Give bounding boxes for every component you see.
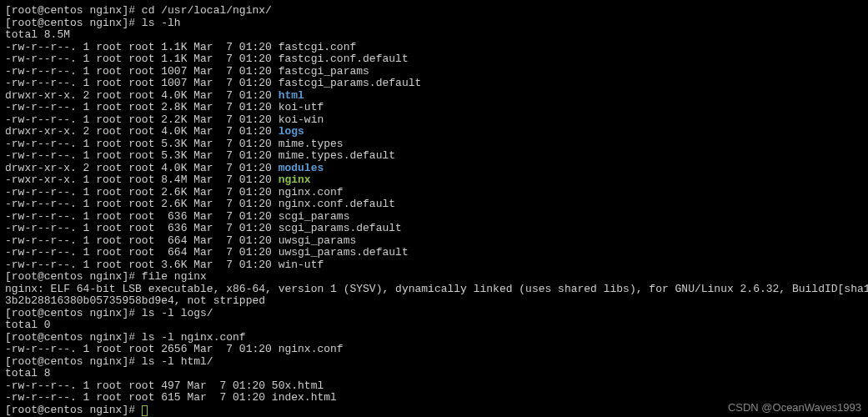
command-line: [root@centos nginx]# ls -lh xyxy=(5,18,863,30)
output-line: total 0 xyxy=(5,319,863,332)
file-listing-row: -rw-r--r--. 1 root root 3.6K Mar 7 01:20… xyxy=(5,259,863,272)
command-line: [root@centos nginx]# file nginx xyxy=(5,271,863,284)
output-line: total 8 xyxy=(5,368,863,380)
file-listing-row: -rw-r--r--. 1 root root 2.8K Mar 7 01:20… xyxy=(5,102,863,114)
output-line: total 8.5M xyxy=(5,29,863,42)
file-listing-row: -rw-r--r--. 1 root root 2.6K Mar 7 01:20… xyxy=(5,198,863,211)
file-listing-row: -rw-r--r--. 1 root root 5.3K Mar 7 01:20… xyxy=(5,138,863,151)
file-listing-row: -rw-r--r--. 1 root root 2656 Mar 7 01:20… xyxy=(5,344,863,356)
file-listing-row: -rw-r--r--. 1 root root 664 Mar 7 01:20 … xyxy=(5,235,863,248)
command-line: [root@centos nginx]# ls -l html/ xyxy=(5,356,863,369)
file-listing-row: -rw-r--r--. 1 root root 1.1K Mar 7 01:20… xyxy=(5,53,863,66)
terminal-output[interactable]: [root@centos nginx]# cd /usr/local/nginx… xyxy=(5,5,863,416)
file-listing-row: -rwxr-xr-x. 1 root root 8.4M Mar 7 01:20… xyxy=(5,174,863,187)
file-listing-row: -rw-r--r--. 1 root root 1.1K Mar 7 01:20… xyxy=(5,42,863,54)
command-line: [root@centos nginx]# ls -l nginx.conf xyxy=(5,332,863,344)
file-listing-row: -rw-r--r--. 1 root root 636 Mar 7 01:20 … xyxy=(5,223,863,235)
file-listing-row: drwxr-xr-x. 2 root root 4.0K Mar 7 01:20… xyxy=(5,90,863,103)
command-line: [root@centos nginx]# ls -l logs/ xyxy=(5,308,863,320)
file-listing-row: -rw-r--r--. 1 root root 5.3K Mar 7 01:20… xyxy=(5,150,863,163)
file-listing-row: -rw-r--r--. 1 root root 2.6K Mar 7 01:20… xyxy=(5,187,863,199)
watermark: CSDN @OceanWaves1993 xyxy=(728,402,861,414)
file-listing-row: -rw-r--r--. 1 root root 664 Mar 7 01:20 … xyxy=(5,247,863,259)
output-line: 3b2b28816380b05735958bd9e4, not stripped xyxy=(5,295,863,308)
file-listing-row: drwxr-xr-x. 2 root root 4.0K Mar 7 01:20… xyxy=(5,163,863,175)
file-listing-row: drwxr-xr-x. 2 root root 4.0K Mar 7 01:20… xyxy=(5,126,863,138)
file-listing-row: -rw-r--r--. 1 root root 2.2K Mar 7 01:20… xyxy=(5,114,863,127)
file-listing-row: -rw-r--r--. 1 root root 497 Mar 7 01:20 … xyxy=(5,380,863,393)
file-listing-row: -rw-r--r--. 1 root root 1007 Mar 7 01:20… xyxy=(5,78,863,90)
command-line: [root@centos nginx]# cd /usr/local/nginx… xyxy=(5,5,863,18)
cursor xyxy=(142,405,148,416)
file-listing-row: -rw-r--r--. 1 root root 636 Mar 7 01:20 … xyxy=(5,211,863,224)
file-listing-row: -rw-r--r--. 1 root root 1007 Mar 7 01:20… xyxy=(5,66,863,78)
output-line: nginx: ELF 64-bit LSB executable, x86-64… xyxy=(5,284,863,296)
